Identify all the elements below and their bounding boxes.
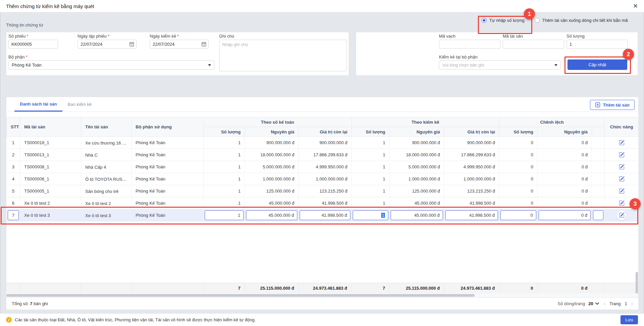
tabs-bar: Danh sách tài sản Ban kiểm kê [6,97,638,112]
cell-kt_sl: 1 [204,149,245,161]
tab-danh-sach-tai-san[interactable]: Danh sách tài sản [14,97,62,112]
radio-add-row-on-scan[interactable]: Thêm tài sản xuống dòng chi tiết khi bắn… [535,18,628,23]
cell-kk_ng: 5.000.000.000 đ [390,161,444,173]
asset-table: STT Mã tài sản Tên tài sản Bộ phận sử dụ… [6,117,639,221]
table-row[interactable]: 7Xe ô tô test 3Xe ô tô test 3Phòng Kế To… [7,209,639,221]
cell-bo-phan: Phòng Kế Toán [132,149,204,161]
cell-cl_ng: 0 đ [538,197,592,209]
cell-stt: 3 [7,161,20,173]
edit-row-button[interactable] [617,199,626,208]
cell-input[interactable]: 41.998.500 đ [300,210,350,220]
cell-input[interactable]: 1 [353,210,388,220]
radio-label: Tự nhập số lượng [489,18,525,23]
ma-vach-input[interactable] [439,40,500,49]
cell-input[interactable]: 45.000.000 đ [246,210,297,220]
ngay-lap-phieu-input[interactable] [78,40,137,49]
pagination-bar: Tổng số: 7 bản ghi Số dòng/trang 20 ‹ Tr… [6,297,638,310]
cell-cl_sl: 0 [499,173,538,185]
so-luong-input[interactable] [566,40,628,49]
edit-row-button[interactable] [617,150,626,160]
entry-mode-radio-group: Tự nhập số lượng Thêm tài sản xuống dòng… [482,18,628,23]
record-count: Tổng số: 7 bản ghi [12,301,48,306]
ma-tai-san-input[interactable] [503,40,564,49]
ngay-kiem-ke-input[interactable] [150,40,209,49]
cell-input[interactable]: 0 [500,210,536,220]
edit-row-button[interactable] [617,162,626,172]
cell-kk_sl: 1 [352,197,390,209]
cell-kt_ng: 900.000.000 đ [245,137,299,149]
kiem-ke-tai-bo-phan-select[interactable]: Vui lòng chọn bản ghi [439,60,561,70]
cell-cl_sl: 0 [499,197,538,209]
cell-extra [592,209,605,221]
horizontal-scrollbar[interactable] [6,293,638,297]
cell-cl_sl: 0 [499,185,538,197]
cell-chuc-nang [605,173,639,185]
ngay-lap-phieu-label: Ngày lập phiếu [78,34,107,39]
cell-stt: 2 [7,149,20,161]
page-number[interactable]: 1 [625,301,627,306]
edit-row-button[interactable] [617,211,626,220]
cell-kk_sl: 1 [352,185,390,197]
save-button[interactable]: Lưu [621,315,638,324]
so-phieu-input[interactable] [8,40,58,49]
add-asset-button[interactable]: Thêm tài sản [590,100,635,110]
vertical-scrollbar-thumb[interactable] [636,272,638,293]
totals-cell [20,283,81,294]
close-icon[interactable]: ✕ [633,3,638,9]
radio-label: Thêm tài sản xuống dòng chi tiết khi bắn… [542,18,628,23]
col-sub-header [592,127,605,137]
ma-vach-label: Mã vạch [439,34,500,40]
edit-icon [619,176,625,182]
ngay-kiem-ke-label: Ngày kiểm kê [150,34,176,39]
cell-kk_gtcl: 41.998.500 đ [444,197,499,209]
cell-kt_ng: 45.000.000 đ [245,197,299,209]
cell-input[interactable]: 45.000.000 đ [391,210,443,220]
bo-phan-select[interactable]: Phòng Kế Toán [8,60,214,70]
totals-cell [592,283,604,294]
edit-row-button[interactable] [617,138,626,148]
so-phieu-label: Số phiếu [8,34,26,39]
cell-kk_ng: 900.000.000 đ [390,137,444,149]
cell-kk_ng: 125.000.000 đ [390,185,444,197]
totals-cell [6,283,20,294]
cell-bo-phan: Phòng Kế Toán [132,209,204,221]
next-page-icon[interactable]: › [631,301,633,307]
cell-ten-tai-san: Xe ô tô test 3 [81,209,132,221]
cell-bo-phan: Phòng Kế Toán [132,137,204,149]
cell-kk_sl: 1 [352,173,390,185]
radio-manual-quantity[interactable]: Tự nhập số lượng [482,18,525,23]
horizontal-scrollbar-thumb[interactable] [6,294,475,297]
update-button[interactable]: Cập nhật [567,59,627,70]
cell-kk_ng: 18.000.000.000 đ [390,149,444,161]
cell-cl_ng: 0 đ [538,209,592,221]
cell-input[interactable]: 41.998.500 đ [445,210,498,220]
tab-ban-kiem-ke[interactable]: Ban kiểm kê [62,97,97,112]
cell-kt_ng: 45.000.000 đ [245,209,299,221]
required-mark: * [177,34,179,39]
totals-cell: 24.973.461.883 đ [444,283,499,294]
cell-kt_ng: 125.000.000 đ [245,185,299,197]
col-chuc-nang: Chức năng [605,117,639,137]
cell-input[interactable]: 0 đ [539,210,591,220]
cell-cl_ng: 0 đ [538,137,592,149]
cell-kk_sl: 1 [352,209,390,221]
ghi-chu-textarea[interactable] [219,40,347,71]
cell-kk_gtcl: 900.000.000 đ [444,137,499,149]
edit-row-button[interactable] [617,174,626,184]
cell-kk_gtcl: 4.999.950.000 đ [444,161,499,173]
cell-ma-tai-san: TS000008_1 [20,161,81,173]
cell-kt_gtcl: 900.000.000 đ [299,137,352,149]
cell-input[interactable]: 1 [205,210,244,220]
total-suffix: bản ghi [34,301,48,306]
table-row: 6Xe ô tô test 2Xe ô tô test 2Phòng Kế To… [7,197,639,209]
cell-ma-tai-san: TS000006_1 [20,173,81,185]
prev-page-icon[interactable]: ‹ [604,301,605,307]
col-group-chenh-lech: Chênh lệch [499,117,605,127]
totals-row: 725.115.000.000 đ24.973.461.883 đ725.115… [6,283,638,294]
cell-kt_gtcl: 41.998.500 đ [299,209,352,221]
edit-row-button[interactable] [617,187,626,196]
cell-extra [592,137,605,149]
col-sub-header: Giá trị còn lại [299,127,352,137]
dialog-titlebar: Thêm chứng từ kiểm kê bằng máy quét ✕ [0,0,644,12]
rows-per-page-select[interactable]: 20 [588,301,599,306]
